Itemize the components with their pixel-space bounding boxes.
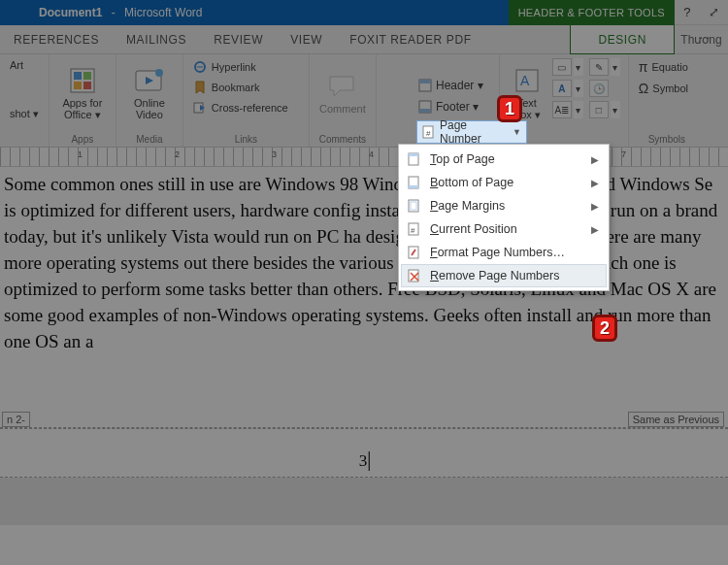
window-controls: ? ⤢: [675, 0, 728, 25]
art-button[interactable]: Art: [8, 58, 25, 72]
contextual-tab-label: HEADER & FOOTER TOOLS: [509, 0, 675, 25]
app-name: Microsoft Word: [124, 6, 202, 19]
symbol-button[interactable]: ΩSymbol: [637, 80, 690, 97]
apps-for-office-button[interactable]: Apps for Office ▾: [57, 58, 108, 128]
chevron-down-icon: ▾: [611, 58, 620, 76]
chevron-down-icon: ▾: [574, 101, 583, 118]
svg-rect-4: [83, 82, 91, 89]
header-icon: [417, 78, 432, 92]
cross-reference-button[interactable]: Cross-reference: [191, 99, 290, 116]
footer-section-tag: n 2-: [2, 412, 30, 427]
hyperlink-button[interactable]: Hyperlink: [191, 58, 290, 75]
account-name[interactable]: Thương: [675, 25, 728, 54]
bottom-of-page-icon: [407, 175, 422, 190]
svg-text:A: A: [520, 73, 530, 88]
header-dropdown-button[interactable]: Header ▾: [417, 78, 483, 92]
screenshot-button[interactable]: shot ▾: [8, 107, 41, 121]
ruler-mark: 7: [621, 150, 626, 159]
comment-icon: [328, 72, 357, 101]
chevron-down-icon: ▾: [574, 58, 583, 76]
current-position-icon: #: [407, 221, 422, 237]
comment-button[interactable]: Comment: [317, 58, 368, 128]
drop-cap-button[interactable]: A≣: [552, 101, 572, 118]
tutorial-callout-2: 2: [592, 315, 617, 342]
footer-icon: [417, 99, 432, 114]
page-number-menu: Top of Page ▶ Bottom of Page ▶ Page Marg…: [398, 144, 610, 291]
horizontal-ruler[interactable]: 1 2 3 4 7: [0, 148, 728, 167]
textbox-icon: A: [513, 66, 542, 95]
group-symbols: πEquatio ΩSymbol Symbols: [629, 54, 705, 147]
ribbon-display-button[interactable]: ⤢: [709, 5, 719, 19]
text-mini-stack: ▭▾ A▾ A≣▾: [552, 58, 583, 118]
group-label-media: Media: [136, 134, 162, 145]
submenu-arrow-icon: ▶: [591, 178, 599, 188]
svg-rect-13: [419, 80, 431, 83]
quick-parts-button[interactable]: ▭: [552, 58, 572, 76]
group-links: Hyperlink Bookmark Cross-reference Links: [183, 54, 310, 147]
page-number-icon: #: [422, 125, 436, 139]
menu-remove-page-numbers[interactable]: Remove Page Numbers: [401, 264, 607, 287]
footer-dropdown-button[interactable]: Footer ▾: [417, 99, 479, 114]
app-name-sep: -: [108, 6, 118, 19]
tab-design-contextual[interactable]: DESIGN: [570, 25, 675, 54]
menu-current-position[interactable]: # Current Position ▶: [401, 217, 607, 241]
submenu-arrow-icon: ▶: [591, 154, 599, 165]
chevron-down-icon: ▼: [513, 127, 521, 137]
document-body[interactable]: Some common ones still in use are Window…: [0, 167, 728, 427]
apps-label: Apps for Office ▾: [62, 97, 102, 121]
crossref-icon: [193, 100, 208, 115]
menu-format-page-numbers[interactable]: Format Page Numbers…: [401, 241, 607, 264]
ribbon-tabs: REFERENCES MAILINGS REVIEW VIEW FOXIT RE…: [0, 25, 728, 54]
ruler-mark: 3: [272, 150, 277, 159]
same-as-previous-tag: Same as Previous: [628, 412, 724, 427]
bookmark-button[interactable]: Bookmark: [191, 79, 290, 95]
online-video-button[interactable]: Online Video: [124, 58, 175, 128]
tab-review[interactable]: REVIEW: [200, 25, 277, 53]
help-button[interactable]: ?: [683, 5, 690, 19]
format-page-numbers-icon: [407, 245, 422, 260]
page-number-dropdown-button[interactable]: # Page Number ▼: [416, 120, 527, 144]
footer-area[interactable]: n 2- Same as Previous 3: [0, 427, 728, 524]
ruler-mark: 1: [78, 150, 83, 159]
page-margins-icon: [407, 198, 422, 214]
menu-top-of-page[interactable]: Top of Page ▶: [401, 148, 607, 171]
top-of-page-icon: [407, 151, 422, 167]
doc-name: Document1: [39, 6, 102, 19]
tab-foxit[interactable]: FOXIT READER PDF: [336, 25, 484, 53]
wordart-button[interactable]: A: [552, 80, 572, 97]
group-apps: Apps for Office ▾ Apps: [50, 54, 116, 147]
text-mini-stack-2: ✎▾ 🕒 □▾: [589, 58, 620, 118]
ruler-mark: 2: [175, 150, 180, 159]
signature-line-button[interactable]: ✎: [589, 58, 609, 76]
svg-rect-2: [83, 72, 91, 80]
group-label-apps: Apps: [71, 134, 93, 145]
ribbon: Art shot ▾ Apps for Office ▾ Apps Online…: [0, 54, 728, 148]
page-number-label: Page Number: [440, 118, 509, 146]
comment-label: Comment: [319, 103, 366, 115]
svg-rect-15: [419, 109, 431, 113]
svg-rect-3: [74, 82, 82, 89]
bookmark-icon: [193, 80, 208, 94]
menu-bottom-of-page[interactable]: Bottom of Page ▶: [401, 171, 607, 194]
tab-references[interactable]: REFERENCES: [0, 25, 113, 53]
page-number-field[interactable]: 3: [359, 451, 370, 471]
menu-page-margins[interactable]: Page Margins ▶: [401, 194, 607, 217]
video-label: Online Video: [134, 97, 165, 120]
svg-text:#: #: [426, 129, 431, 138]
chevron-down-icon: ▾: [574, 80, 583, 97]
group-label-comments: Comments: [319, 134, 366, 145]
group-illustrations-cut: Art shot ▾: [0, 54, 50, 147]
svg-point-7: [155, 69, 163, 77]
tab-view[interactable]: VIEW: [277, 25, 336, 53]
equation-button[interactable]: πEquatio: [637, 58, 690, 76]
tab-mailings[interactable]: MAILINGS: [113, 25, 200, 53]
video-icon: [135, 66, 164, 95]
svg-rect-19: [409, 153, 418, 156]
hyperlink-icon: [193, 59, 208, 74]
svg-rect-1: [74, 72, 82, 80]
svg-rect-21: [409, 185, 418, 188]
chevron-down-icon: ▾: [611, 101, 620, 118]
remove-page-numbers-icon: [407, 268, 422, 283]
object-button[interactable]: □: [589, 101, 609, 118]
date-time-button[interactable]: 🕒: [589, 80, 609, 97]
